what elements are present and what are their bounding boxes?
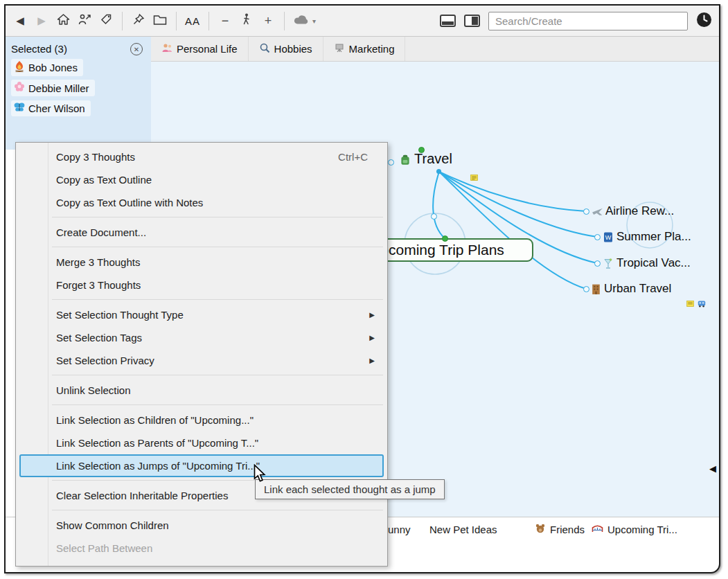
link-hub-dot[interactable] <box>436 169 441 174</box>
folder-button[interactable] <box>152 10 168 31</box>
bottom-item-upcoming-trip[interactable]: Upcoming Tri... <box>592 517 677 542</box>
close-icon[interactable]: ✕ <box>130 43 143 55</box>
menu-item-label: Unlink Selection <box>56 384 131 396</box>
menu-item-link-selection-as-jumps[interactable]: Link Selection as Jumps of "Upcoming Tri… <box>19 454 384 477</box>
teddy-bear-icon <box>535 523 546 536</box>
menu-separator <box>52 217 383 217</box>
link-gate[interactable] <box>583 208 589 215</box>
menu-item-copy-as-text-outline-with-notes[interactable]: Copy as Text Outline with Notes <box>16 191 387 214</box>
font-size-icon: AA <box>185 15 200 27</box>
menu-item-forget-3-thoughts[interactable]: Forget 3 Thoughts <box>16 274 387 296</box>
font-size-button[interactable]: AA <box>185 10 200 31</box>
menu-item-label: Set Selection Thought Type <box>56 309 184 321</box>
bottom-item-label: Friends <box>550 524 585 535</box>
node-urban-travel[interactable]: Urban Travel <box>604 282 671 296</box>
zoom-out-button[interactable]: − <box>217 10 233 31</box>
bottom-item-unny[interactable]: unny <box>388 517 411 542</box>
search-input[interactable] <box>488 12 688 30</box>
collapse-panel-arrow[interactable]: ◀ <box>709 463 716 474</box>
plus-icon: + <box>265 14 272 28</box>
toolbar-separator <box>122 12 123 30</box>
expand-dot[interactable] <box>418 147 425 153</box>
menu-item-link-selection-as-parents[interactable]: Link Selection as Parents of "Upcoming T… <box>16 431 387 454</box>
bottom-item-friends[interactable]: Friends <box>535 517 585 542</box>
toolbar-separator <box>208 12 209 30</box>
magnifier-icon <box>259 42 270 55</box>
link-gate[interactable] <box>594 260 601 267</box>
bottom-item-new-pet-ideas[interactable]: New Pet Ideas <box>429 517 497 542</box>
cloud-sync-button[interactable]: ▾ <box>293 10 316 31</box>
tab-hobbies[interactable]: Hobbies <box>249 37 323 61</box>
toggle-side-panel-button[interactable] <box>464 10 480 31</box>
node-tropical-vacation[interactable]: Tropical Vac... <box>616 256 691 270</box>
backpack-icon <box>399 154 411 166</box>
menu-item-create-document[interactable]: Create Document... <box>16 221 387 244</box>
home-button[interactable] <box>55 10 71 31</box>
tag-button[interactable] <box>98 10 114 31</box>
panel-right-icon <box>464 15 480 27</box>
history-button[interactable] <box>696 10 712 31</box>
toggle-bottom-panel-button[interactable] <box>440 10 456 31</box>
menu-separator <box>52 375 383 375</box>
submenu-arrow-icon: ▶ <box>369 357 380 364</box>
pin-button[interactable] <box>131 10 146 31</box>
pin-icon <box>132 13 145 28</box>
tooltip: Link each selected thought as a jump <box>255 479 445 499</box>
menu-item-link-selection-as-children[interactable]: Link Selection as Children of "Upcoming.… <box>16 409 387 431</box>
menu-item-label: Copy 3 Thoughts <box>56 151 135 163</box>
bottom-item-label: New Pet Ideas <box>429 524 497 535</box>
menu-item-copy-as-text-outline[interactable]: Copy as Text Outline <box>16 168 387 191</box>
walking-person-icon <box>241 13 252 28</box>
selected-item-cher-wilson[interactable]: Cher Wilson <box>11 100 91 116</box>
menu-item-set-selection-thought-type[interactable]: Set Selection Thought Type ▶ <box>16 303 387 326</box>
bridge-icon <box>592 524 603 536</box>
selected-item-bob-jones[interactable]: Bob Jones <box>11 59 83 76</box>
menu-item-label: Select Path Between <box>56 542 152 554</box>
node-airline-rewards[interactable]: Airline Rew... <box>605 204 674 218</box>
campfire-icon <box>14 60 25 75</box>
submenu-arrow-icon: ▶ <box>369 334 380 341</box>
bottom-item-label: Upcoming Tri... <box>607 524 677 535</box>
node-travel[interactable]: Travel <box>414 151 452 167</box>
menu-item-label: Clear Selection Inheritable Properties <box>56 490 228 501</box>
tab-marketing[interactable]: Marketing <box>323 37 406 61</box>
menu-item-unlink-selection[interactable]: Unlink Selection <box>16 379 387 402</box>
context-menu: Copy 3 Thoughts Ctrl+C Copy as Text Outl… <box>15 142 388 567</box>
tab-personal-life[interactable]: Personal Life <box>151 37 249 61</box>
selected-item-label: Debbie Miller <box>28 82 89 94</box>
tab-label: Personal Life <box>177 43 238 55</box>
menu-item-set-selection-privacy[interactable]: Set Selection Privacy ▶ <box>16 349 387 372</box>
svg-text:W: W <box>605 234 612 241</box>
link-gate[interactable] <box>594 234 601 240</box>
menu-item-label: Set Selection Privacy <box>56 355 154 366</box>
menu-item-select-path-between: Select Path Between <box>16 537 387 560</box>
menu-separator <box>52 510 383 510</box>
menu-item-label: Link Selection as Jumps of "Upcoming Tri… <box>56 460 260 472</box>
walk-mode-button[interactable] <box>239 10 254 31</box>
expand-dot[interactable] <box>442 235 448 242</box>
link-gate[interactable] <box>431 213 437 220</box>
easel-icon <box>334 42 345 55</box>
back-button[interactable]: ◀ <box>12 10 28 31</box>
menu-separator <box>52 404 383 405</box>
link-gate[interactable] <box>388 159 394 166</box>
menu-item-label: Copy as Text Outline <box>56 174 152 186</box>
chevron-down-icon: ▾ <box>312 17 316 25</box>
menu-separator <box>52 247 383 247</box>
submenu-arrow-icon: ▶ <box>369 311 380 319</box>
selected-item-debbie-miller[interactable]: Debbie Miller <box>11 80 95 96</box>
zoom-in-button[interactable]: + <box>260 10 276 31</box>
forward-button[interactable]: ▶ <box>34 10 49 31</box>
link-gate[interactable] <box>583 286 589 292</box>
tag-icon <box>100 13 112 28</box>
tab-label: Hobbies <box>274 43 312 55</box>
word-doc-icon: W <box>603 231 614 243</box>
menu-item-set-selection-tags[interactable]: Set Selection Tags ▶ <box>16 326 387 349</box>
menu-item-copy-3-thoughts[interactable]: Copy 3 Thoughts Ctrl+C <box>16 145 387 168</box>
note-icon <box>686 299 695 308</box>
person-arrow-icon <box>78 13 91 28</box>
menu-item-show-common-children[interactable]: Show Common Children <box>16 514 387 537</box>
menu-item-merge-3-thoughts[interactable]: Merge 3 Thoughts <box>16 251 387 274</box>
node-summer-plans[interactable]: Summer Pla... <box>616 230 691 244</box>
activate-thought-button[interactable] <box>77 10 92 31</box>
